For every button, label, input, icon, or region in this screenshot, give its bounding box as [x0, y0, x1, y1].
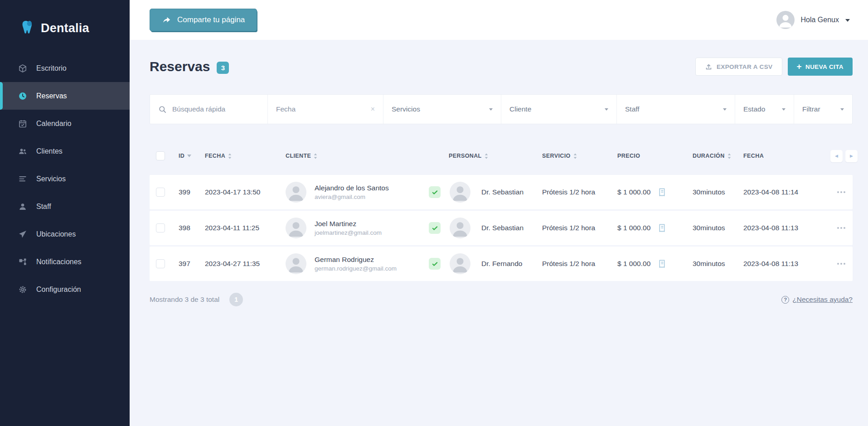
desk-icon [18, 64, 27, 73]
quick-search [150, 95, 268, 124]
confirmed-check-icon [429, 222, 441, 234]
column-header-id[interactable]: ID [179, 153, 191, 159]
service-name: Prótesis 1/2 hora [542, 188, 595, 196]
sort-down-icon [187, 155, 191, 157]
duration-value: 30minutos [693, 224, 725, 232]
row-checkbox[interactable] [156, 188, 165, 197]
confirmed-check-icon [429, 258, 441, 270]
staff-filter-label: Staff [625, 105, 640, 113]
plus-icon: + [797, 62, 802, 71]
next-page-button[interactable]: ▶ [845, 150, 858, 162]
column-header-personal[interactable]: PERSONAL [449, 153, 488, 159]
caret-down-icon [489, 108, 493, 111]
column-header-duracion[interactable]: DURACIÓN [693, 153, 731, 159]
table-footer: Mostrando 3 de 3 total 1 ¿Necesitas ayud… [150, 293, 853, 306]
price-value: $ 1 000.00 [617, 188, 650, 196]
staff-filter[interactable]: Staff [617, 95, 735, 124]
column-header-servicio[interactable]: SERVICIO [542, 153, 577, 159]
search-input[interactable] [172, 105, 259, 113]
sidebar-item-escritorio[interactable]: Escritorio [0, 54, 130, 82]
sort-icon [573, 153, 577, 159]
row-menu-button[interactable] [837, 191, 839, 193]
client-filter[interactable]: Cliente [501, 95, 617, 124]
select-all-checkbox[interactable] [156, 151, 165, 160]
sidebar-item-staff[interactable]: Staff [0, 193, 130, 220]
user-avatar [776, 11, 795, 29]
locations-icon [18, 230, 27, 239]
prev-page-button[interactable]: ◀ [830, 150, 843, 162]
date-filter-input[interactable] [276, 105, 371, 113]
client-avatar [286, 253, 306, 274]
table-row: 398 2023-04-11 11:25 Joel Martinez joelm… [150, 211, 853, 245]
reservation-datetime: 2023-04-17 13:50 [205, 188, 260, 196]
reservation-id: 397 [179, 260, 190, 268]
user-menu[interactable]: Hola Genux [776, 11, 850, 29]
caret-down-icon [605, 108, 608, 111]
status-filter-label: Estado [743, 105, 765, 113]
row-menu-button[interactable] [837, 227, 839, 229]
column-header-fecha[interactable]: FECHA [205, 153, 232, 159]
price-value: $ 1 000.00 [617, 260, 650, 268]
share-arrow-icon [162, 15, 171, 25]
row-checkbox[interactable] [156, 223, 165, 232]
client-name: German Rodriguez [315, 256, 397, 264]
receipt-icon[interactable] [657, 259, 667, 269]
help-link[interactable]: ¿Necesitas ayuda? [781, 295, 853, 304]
sidebar-item-label: Escritorio [36, 64, 67, 73]
reservation-id: 398 [179, 224, 190, 232]
row-checkbox[interactable] [156, 259, 165, 268]
sidebar-item-calendario[interactable]: Calendario [0, 110, 130, 137]
topbar: Comparte tu página Hola Genux [130, 0, 868, 40]
clock-icon [18, 92, 27, 101]
receipt-icon[interactable] [657, 223, 667, 233]
question-circle-icon [781, 296, 789, 304]
page-number-badge[interactable]: 1 [229, 293, 243, 306]
sidebar-item-configuracion[interactable]: Configuración [0, 276, 130, 303]
column-header-precio: PRECIO [617, 153, 640, 159]
sidebar-item-label: Reservas [36, 92, 67, 100]
new-appointment-button[interactable]: + NUEVA CITA [788, 58, 853, 76]
column-header-cliente[interactable]: CLIENTE [286, 153, 317, 159]
settings-icon [18, 285, 27, 294]
staff-name: Dr. Sebastian [481, 224, 524, 232]
sidebar-item-label: Servicios [36, 175, 66, 183]
sidebar-item-notificaciones[interactable]: Notificaciones [0, 248, 130, 276]
confirmed-check-icon [429, 186, 441, 198]
created-datetime: 2023-04-08 11:13 [743, 260, 798, 268]
results-summary: Mostrando 3 de 3 total [150, 295, 219, 304]
main-area: Comparte tu página Hola Genux Reservas 3 [130, 0, 868, 426]
sort-icon [485, 153, 488, 159]
sidebar-item-ubicaciones[interactable]: Ubicaciones [0, 220, 130, 248]
receipt-icon[interactable] [657, 187, 667, 198]
user-greeting: Hola Genux [801, 16, 839, 24]
staff-avatar [450, 182, 470, 203]
help-link-label: ¿Necesitas ayuda? [792, 295, 853, 304]
caret-down-icon [840, 108, 844, 111]
sidebar-item-label: Staff [36, 203, 51, 211]
sidebar-item-label: Ubicaciones [36, 230, 76, 238]
share-page-button[interactable]: Comparte tu página [150, 9, 257, 31]
reservation-datetime: 2023-04-27 11:35 [205, 260, 260, 268]
clear-date-icon[interactable]: × [371, 106, 375, 113]
content: Reservas 3 EXPORTAR A CSV + NUEVA CITA [130, 40, 868, 306]
sidebar-item-label: Clientes [36, 147, 63, 155]
more-filters[interactable]: Filtrar [794, 95, 852, 124]
more-filters-label: Filtrar [802, 105, 820, 113]
sort-icon [727, 153, 731, 159]
staff-icon [18, 202, 27, 211]
page-header: Reservas 3 EXPORTAR A CSV + NUEVA CITA [150, 57, 853, 76]
sidebar-item-servicios[interactable]: Servicios [0, 165, 130, 193]
duration-value: 30minutos [693, 188, 725, 196]
search-icon [158, 105, 167, 114]
brand-logo[interactable]: Dentalia [0, 0, 130, 40]
services-filter[interactable]: Servicios [383, 95, 501, 124]
sidebar-item-reservas[interactable]: Reservas [0, 82, 130, 110]
export-csv-button[interactable]: EXPORTAR A CSV [695, 58, 782, 76]
status-filter[interactable]: Estado [735, 95, 794, 124]
price-value: $ 1 000.00 [617, 224, 650, 232]
created-datetime: 2023-04-08 11:14 [743, 188, 798, 196]
client-avatar [286, 182, 306, 203]
service-name: Prótesis 1/2 hora [542, 224, 595, 232]
row-menu-button[interactable] [837, 263, 839, 265]
sidebar-item-clientes[interactable]: Clientes [0, 137, 130, 165]
